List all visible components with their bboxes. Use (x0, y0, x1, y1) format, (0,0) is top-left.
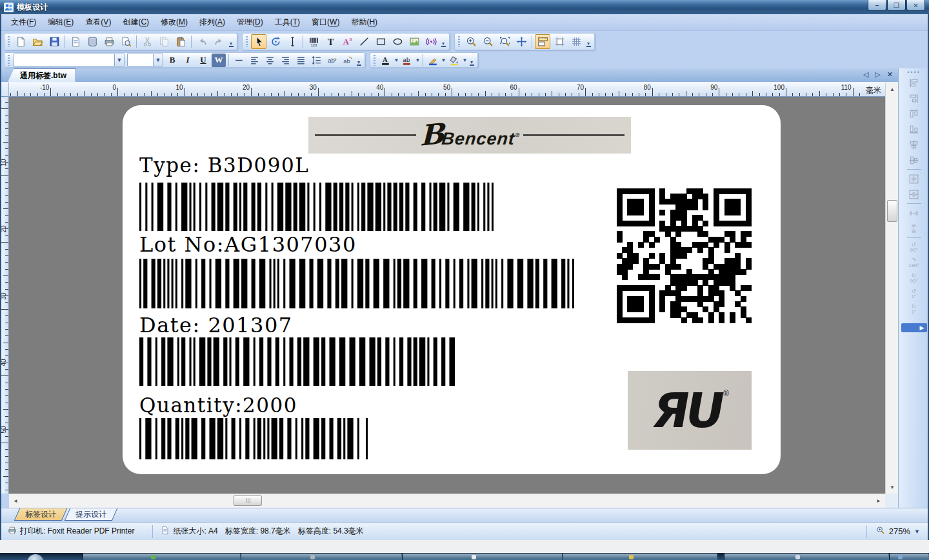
taskbar-button[interactable] (563, 554, 717, 560)
fill-color-button[interactable] (447, 54, 461, 67)
fill-color-dropdown-icon[interactable]: ▼ (462, 57, 468, 63)
align-bottom-edges-button[interactable] (906, 121, 923, 137)
text-cursor-button[interactable] (285, 34, 300, 49)
label-field-text[interactable]: Type: B3D090L (139, 154, 309, 177)
align-top-edges-button[interactable] (906, 106, 923, 121)
char-spacing-button[interactable]: ab (325, 54, 339, 67)
align-justify-button[interactable] (294, 54, 308, 67)
copy-button[interactable] (156, 34, 172, 49)
restore-button[interactable]: ❐ (887, 0, 906, 11)
menu-f[interactable]: 文件(F) (5, 15, 42, 30)
barcode[interactable] (139, 337, 455, 386)
rotate-right-90-button[interactable]: ↻90° (906, 270, 923, 286)
view-tab-label-design[interactable]: 标签设计 (14, 508, 67, 521)
vertical-scrollbar[interactable]: ▲ ▼ (885, 83, 898, 494)
view-tab-prompt-design[interactable]: 提示设计 (65, 508, 117, 521)
toolbar-drag-handle[interactable] (374, 55, 375, 66)
taskbar-button[interactable] (402, 554, 563, 560)
menu-m[interactable]: 修改(M) (155, 15, 194, 30)
center-vertically-in-label-button[interactable] (906, 186, 923, 202)
bold-button[interactable]: B (165, 54, 179, 67)
toggle-ruler-button[interactable] (535, 34, 550, 49)
page-setup-button[interactable] (68, 34, 83, 49)
menu-v[interactable]: 查看(V) (79, 15, 117, 30)
font-family-combo[interactable]: ▼ (14, 54, 125, 66)
taskbar-button[interactable] (889, 554, 929, 560)
line-color-button[interactable] (426, 54, 440, 67)
text-highlight-button[interactable]: ab (400, 54, 414, 67)
undo-button[interactable] (194, 34, 210, 49)
menu-e[interactable]: 编辑(E) (42, 15, 79, 30)
align-right-edges-button[interactable] (906, 90, 923, 106)
barcode[interactable] (139, 183, 494, 231)
print-button[interactable] (101, 34, 117, 49)
save-file-button[interactable] (46, 34, 62, 49)
toolbar-drag-handle[interactable] (8, 36, 10, 47)
align-horizontal-centers-button[interactable] (906, 152, 923, 168)
toolbar-overflow-button[interactable] (355, 53, 363, 68)
line-color-dropdown-icon[interactable]: ▼ (441, 57, 446, 63)
design-canvas[interactable]: BBencent® ЯU ® Type: B3D090LLot No:AG130… (9, 97, 885, 494)
rich-text-tool-button[interactable]: Aa (339, 34, 355, 49)
taskbar-button[interactable] (241, 554, 402, 560)
italic-button[interactable]: I (181, 54, 195, 67)
paste-button[interactable] (173, 34, 188, 49)
horizontal-line-button[interactable] (232, 54, 246, 67)
ellipse-tool-button[interactable] (390, 34, 405, 49)
center-horizontally-in-label-button[interactable] (906, 171, 923, 186)
rfid-tool-button[interactable] (423, 34, 439, 49)
menu-h[interactable]: 帮助(H) (345, 15, 383, 30)
align-right-button[interactable] (278, 54, 292, 67)
rectangle-tool-button[interactable] (373, 34, 388, 49)
scroll-up-icon[interactable]: ▲ (886, 83, 898, 95)
zoom-out-button[interactable] (480, 34, 495, 49)
char-rotate-button[interactable]: ab (340, 54, 354, 67)
font-size-combo[interactable]: ▼ (127, 54, 163, 66)
rotate-right-1-button[interactable]: ↻1° (906, 301, 923, 317)
document-tab[interactable]: 通用标签.btw (8, 68, 76, 82)
menu-d[interactable]: 管理(D) (231, 15, 269, 30)
tab-next-icon[interactable]: ▷ (875, 70, 880, 79)
horizontal-scrollbar[interactable]: ◄ ► (9, 494, 885, 508)
space-evenly-down-button[interactable] (906, 221, 923, 236)
tab-prev-icon[interactable]: ◁ (863, 70, 868, 79)
scroll-right-icon[interactable]: ► (873, 495, 884, 506)
space-evenly-across-button[interactable] (906, 205, 923, 221)
brand-logo-image[interactable]: BBencent® (308, 117, 631, 154)
minimize-button[interactable]: – (868, 0, 886, 11)
menu-w[interactable]: 窗口(W) (306, 15, 345, 30)
zoom-dropdown-icon[interactable]: ▼ (914, 528, 920, 535)
rotate-180-button[interactable]: ↷180° (906, 255, 923, 270)
label-field-text[interactable]: Lot No:AG1307030 (139, 232, 357, 257)
line-tool-button[interactable] (356, 34, 372, 49)
menu-a[interactable]: 排列(A) (194, 15, 231, 30)
taskbar-button[interactable] (83, 554, 241, 560)
toolbar-overflow-button[interactable] (468, 53, 475, 68)
fit-view-button[interactable] (514, 34, 529, 49)
label-field-text[interactable]: Date: 201307 (139, 313, 293, 337)
scroll-down-icon[interactable]: ▼ (886, 481, 898, 493)
cut-button[interactable] (139, 34, 155, 49)
text-highlight-dropdown-icon[interactable]: ▼ (415, 57, 421, 63)
close-button[interactable]: ✕ (906, 0, 925, 11)
font-color-dropdown-icon[interactable]: ▼ (394, 57, 399, 63)
zoom-in-button[interactable] (463, 34, 479, 49)
toolbar-overflow-button[interactable] (439, 34, 447, 49)
print-preview-button[interactable] (118, 34, 134, 49)
tab-close-icon[interactable]: ✕ (887, 70, 893, 79)
toggle-borders-button[interactable] (552, 34, 567, 49)
ul-mark-image[interactable]: ЯU ® (628, 371, 752, 450)
label-preview[interactable]: BBencent® ЯU ® Type: B3D090LLot No:AG130… (123, 105, 781, 474)
zoom-icon[interactable] (876, 526, 885, 537)
horizontal-scroll-thumb[interactable] (234, 495, 262, 506)
barcode[interactable] (139, 418, 368, 459)
zoom-region-button[interactable] (497, 34, 512, 49)
underline-button[interactable]: U (196, 54, 210, 67)
barcode[interactable] (139, 259, 574, 308)
toolbar-expand-button[interactable]: ▶ (901, 323, 927, 332)
align-left-edges-button[interactable] (906, 75, 923, 90)
taskbar-button[interactable] (724, 554, 889, 560)
toolbar-drag-handle[interactable]: •••• (907, 70, 921, 75)
menu-c[interactable]: 创建(C) (117, 15, 155, 30)
align-left-button[interactable] (247, 54, 261, 67)
